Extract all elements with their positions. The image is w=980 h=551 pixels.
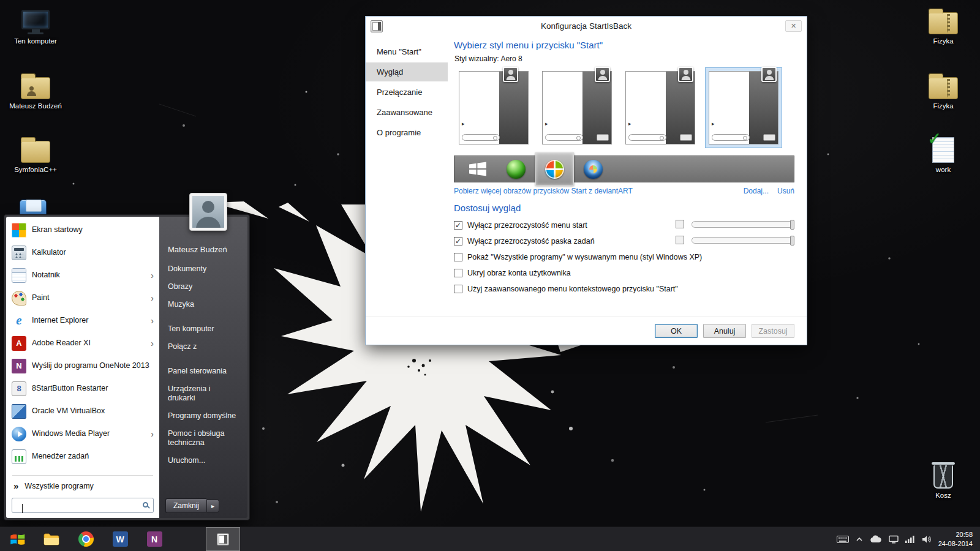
slider-handle[interactable] <box>790 220 794 230</box>
menu-style-previews: ▸ ▸ ▸ ▸ <box>455 67 794 148</box>
computer-icon <box>21 6 50 34</box>
media-player-icon <box>12 427 26 441</box>
transparency-value-box[interactable] <box>676 236 684 244</box>
desktop-icon-user-folder[interactable]: Mateusz Budzeń <box>6 71 65 110</box>
checkbox-unchecked[interactable] <box>454 253 462 261</box>
taskbar-app-word[interactable] <box>103 527 137 551</box>
sidebar-item-start-menu[interactable]: Menu "Start" <box>366 42 448 61</box>
start-menu-item-adobe-reader[interactable]: Adobe Reader XI › <box>6 332 159 354</box>
tray-expand-chevron-icon[interactable] <box>856 536 863 542</box>
shutdown-options-expander[interactable]: ▸ <box>206 500 219 512</box>
start-menu-link-pictures[interactable]: Obrazy <box>159 278 247 296</box>
start-menu-link-documents[interactable]: Dokumenty <box>159 260 247 278</box>
user-picture-icon <box>678 67 693 82</box>
menu-transparency-slider[interactable] <box>692 221 794 228</box>
start-menu-item-notepad[interactable]: Notatnik › <box>6 264 159 287</box>
start-menu-item-media-player[interactable]: Windows Media Player › <box>6 422 159 445</box>
dialog-titlebar[interactable]: Konfiguracja StartIsBack ✕ <box>366 17 807 36</box>
checkbox-checked[interactable]: ✓ <box>454 237 462 246</box>
slider-handle[interactable] <box>790 236 794 246</box>
onedrive-cloud-icon[interactable] <box>870 535 882 544</box>
start-menu-link-music[interactable]: Muzyka <box>159 296 247 313</box>
all-programs-button[interactable]: » Wszystkie programy <box>6 477 159 495</box>
taskbar-clock[interactable]: 20:58 24-08-2014 <box>938 530 973 548</box>
start-button[interactable] <box>0 527 34 551</box>
start-menu-link-run[interactable]: Uruchom... <box>159 452 247 470</box>
start-menu-item-onenote-send[interactable]: Wyślij do programu OneNote 2013 <box>6 354 159 377</box>
sidebar-item-appearance[interactable]: Wygląd <box>366 62 448 81</box>
start-button-option-green-orb[interactable] <box>497 156 535 182</box>
desktop-icon-symfonia[interactable]: SymfoniaC++ <box>6 135 65 173</box>
visual-style-label: Styl wizualny: <box>454 54 499 63</box>
start-menu-link-connect-to[interactable]: Połącz z <box>159 338 247 356</box>
desktop-icon-work[interactable]: ✓ work <box>914 135 973 173</box>
user-account-picture[interactable] <box>189 193 227 231</box>
customize-heading: Dostosuj wygląd <box>454 203 794 213</box>
desktop-icon-fizyka-1[interactable]: Fizyka <box>914 6 973 45</box>
ok-button[interactable]: OK <box>655 324 698 338</box>
checkbox-unchecked[interactable] <box>454 269 462 277</box>
taskbar-app-startisback-active[interactable] <box>206 527 240 551</box>
network-signal-icon[interactable] <box>905 535 915 543</box>
desktop-icon-label: Ten komputer <box>14 37 57 45</box>
restarter-icon <box>12 381 26 396</box>
desktop-icon-this-pc[interactable]: Ten komputer <box>6 6 65 45</box>
start-menu-link-this-pc[interactable]: Ten komputer <box>159 320 247 338</box>
menu-style-option-3[interactable]: ▸ <box>622 67 699 148</box>
desktop-icon-label: Fizyka <box>933 102 953 110</box>
desktop-icon-label: Kosz <box>935 492 951 499</box>
user-picture-icon <box>503 67 518 82</box>
menu-style-option-4-selected[interactable]: ▸ <box>705 67 782 148</box>
start-menu-item-task-manager[interactable]: Menedżer zadań <box>6 445 159 468</box>
start-menu-item-start-screen[interactable]: Ekran startowy <box>6 219 159 241</box>
start-menu-item-virtualbox[interactable]: Oracle VM VirtualBox <box>6 400 159 422</box>
start-menu-link-help-support[interactable]: Pomoc i obsługa techniczna <box>159 425 247 452</box>
taskbar-app-metro[interactable] <box>172 527 206 551</box>
shutdown-area: Zamknij ▸ <box>159 498 247 513</box>
checkbox-row-taskbar-transparency[interactable]: ✓ Wyłącz przezroczystość paska zadań <box>454 233 794 249</box>
start-menu-item-paint[interactable]: Paint › <box>6 287 159 309</box>
cancel-button[interactable]: Anuluj <box>703 324 746 338</box>
user-name[interactable]: Mateusz Budzeń <box>159 245 247 260</box>
start-menu-item-internet-explorer[interactable]: Internet Explorer › <box>6 309 159 332</box>
checkbox-checked[interactable]: ✓ <box>454 221 462 230</box>
keyboard-icon[interactable] <box>837 535 849 544</box>
taskbar: 20:58 24-08-2014 <box>0 527 980 551</box>
taskbar-app-chrome[interactable] <box>69 527 103 551</box>
taskbar-app-onenote[interactable] <box>137 527 172 551</box>
checkbox-unchecked[interactable] <box>454 285 462 293</box>
separator <box>12 475 153 476</box>
start-menu-link-default-programs[interactable]: Programy domyślne <box>159 407 247 425</box>
start-button-option-win8[interactable] <box>458 156 497 182</box>
transparency-value-box[interactable] <box>676 220 684 228</box>
start-menu-item-8startbutton[interactable]: 8StartButton Restarter <box>6 377 159 400</box>
menu-style-option-2[interactable]: ▸ <box>538 67 616 148</box>
remove-button[interactable]: Usuń <box>777 187 794 195</box>
deviantart-link[interactable]: Pobierz więcej obrazów przycisków Start … <box>454 187 633 195</box>
desktop-icon-fizyka-2[interactable]: Fizyka <box>914 71 973 110</box>
checkbox-row-hide-user-picture[interactable]: Ukryj obraz konta użytkownika <box>454 265 794 281</box>
search-icon <box>143 502 148 508</box>
desktop-icon-recycle-bin[interactable]: Kosz <box>914 460 973 499</box>
add-button[interactable]: Dodaj... <box>744 187 769 195</box>
shutdown-button[interactable]: Zamknij <box>165 498 206 513</box>
search-input[interactable] <box>12 498 154 513</box>
start-menu-link-devices-printers[interactable]: Urządzenia i drukarki <box>159 380 247 407</box>
double-chevron-icon: » <box>13 481 18 491</box>
sidebar-item-about[interactable]: O programie <box>366 123 448 142</box>
checkbox-row-advanced-context-menu[interactable]: Użyj zaawansowanego menu kontekstowego p… <box>454 281 794 297</box>
start-menu-item-calculator[interactable]: Kalkulator <box>6 241 159 264</box>
start-button-option-win7-orb[interactable] <box>574 156 612 182</box>
volume-icon[interactable] <box>922 535 932 544</box>
menu-style-option-1[interactable]: ▸ <box>455 67 532 148</box>
action-center-icon[interactable] <box>889 535 899 544</box>
sidebar-item-switching[interactable]: Przełączanie <box>366 83 448 102</box>
taskbar-app-explorer[interactable] <box>34 527 69 551</box>
checkbox-row-xp-flyout[interactable]: Pokaż "Wszystkie programy" w wysuwanym m… <box>454 249 794 265</box>
taskbar-transparency-slider[interactable] <box>692 237 794 244</box>
start-button-option-color-orb-selected[interactable] <box>535 152 574 186</box>
sidebar-item-advanced[interactable]: Zaawansowane <box>366 103 448 122</box>
checkbox-row-menu-transparency[interactable]: ✓ Wyłącz przezroczystość menu start <box>454 217 794 233</box>
close-button[interactable]: ✕ <box>785 20 802 32</box>
start-menu-link-control-panel[interactable]: Panel sterowania <box>159 362 247 380</box>
